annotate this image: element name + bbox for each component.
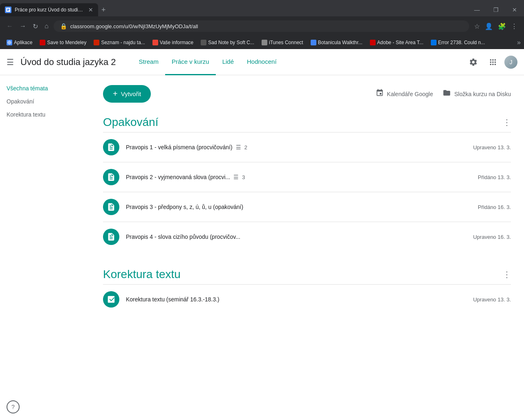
assignment-date-pravopis2: Přidáno 13. 3. [478, 174, 511, 180]
settings-icon[interactable] [465, 54, 481, 70]
bookmark-favicon-itunes [262, 40, 267, 45]
section-korektura-more-icon[interactable]: ⋮ [503, 270, 511, 279]
bookmark-adobe[interactable]: Adobe - Site Area T... [367, 38, 427, 47]
bookmark-itunes[interactable]: iTunes Connect [258, 38, 307, 47]
profile-icon[interactable]: 👤 [483, 21, 495, 32]
bookmark-star-icon[interactable]: ☆ [472, 21, 481, 32]
section-korektura-title: Korektura textu [103, 268, 181, 281]
reload-button[interactable]: ↻ [31, 21, 40, 32]
settings-dots-icon[interactable]: ⋮ [509, 21, 519, 32]
section-korektura: Korektura textu ⋮ Korektura textu (semin… [103, 268, 511, 314]
assignment-icon-pravopis2 [103, 169, 119, 185]
url-text: classroom.google.com/u/0/w/NjI3MzUyMjMyO… [70, 23, 198, 29]
address-actions: ☆ 👤 🧩 ⋮ [472, 21, 519, 32]
new-tab-button[interactable]: + [101, 6, 106, 14]
avatar[interactable]: J [504, 56, 517, 69]
forward-button[interactable]: → [18, 21, 28, 31]
assignment-title-text-pravopis4: Pravopis 4 - slova cizího původu (procvi… [126, 234, 240, 240]
bookmark-label: Aplikace [14, 40, 32, 45]
assignment-item-pravopis4: Pravopis 4 - slova cizího původu (procvi… [103, 222, 511, 252]
assignment-title-pravopis4[interactable]: Pravopis 4 - slova cizího původu (procvi… [126, 234, 473, 240]
assignment-title-pravopis2[interactable]: Pravopis 2 - vyjmenovaná slova (procvi..… [126, 174, 478, 180]
assignment-title-text-pravopis3: Pravopis 3 - předpony s, z, ú, ů, u (opa… [126, 204, 243, 210]
lock-icon: 🔒 [60, 23, 67, 29]
assignment-date-pravopis1: Upraveno 13. 3. [473, 144, 511, 150]
tab-title: Práce pro kurz Úvod do studia ja... [15, 7, 85, 13]
address-bar: ← → ↻ ⌂ 🔒 classroom.google.com/u/0/w/NjI… [0, 16, 524, 36]
close-button[interactable]: ✕ [505, 2, 524, 18]
sidebar-item-vsechna-temata[interactable]: Všechna témata [0, 82, 87, 95]
back-button[interactable]: ← [5, 21, 15, 31]
assignment-item-pravopis2: Pravopis 2 - vyjmenovaná slova (procvi..… [103, 162, 511, 192]
assignment-icon-korektura [103, 291, 119, 308]
tab-bar: Práce pro kurz Úvod do studia ja... ✕ + … [0, 0, 524, 16]
assignment-info-pravopis1: Pravopis 1 - velká písmena (procvičování… [126, 144, 473, 150]
bookmark-botanica[interactable]: Botanicula Walkthr... [307, 38, 366, 47]
assignment-title-text-pravopis1: Pravopis 1 - velká písmena (procvičování… [126, 144, 233, 150]
sidebar-item-opakovani[interactable]: Opakování [0, 95, 87, 108]
tab-stream[interactable]: Stream [132, 49, 165, 75]
create-button-label: Vytvořit [121, 90, 141, 97]
sidebar-item-korektura-textu[interactable]: Korektura textu [0, 108, 87, 121]
bookmark-favicon-sad [201, 40, 206, 45]
active-tab[interactable]: Práce pro kurz Úvod do studia ja... ✕ [0, 3, 98, 16]
action-bar: + Vytvořit Kalendáře Google Složk [103, 85, 511, 103]
bookmark-favicon [7, 40, 12, 45]
extension-icon[interactable]: 🧩 [496, 21, 508, 32]
course-title: Úvod do studia jazyka 2 [20, 57, 116, 67]
assignment-item-pravopis3: Pravopis 3 - předpony s, z, ú, ů, u (opa… [103, 192, 511, 222]
section-korektura-header: Korektura textu ⋮ [103, 268, 511, 281]
drive-folder-link[interactable]: Složka kurzu na Disku [443, 89, 511, 99]
app-container: ☰ Úvod do studia jazyka 2 Stream Práce v… [0, 49, 524, 420]
sidebar: Všechna témata Opakování Korektura textu [0, 75, 90, 420]
assignment-title-pravopis3[interactable]: Pravopis 3 - předpony s, z, ú, ů, u (opa… [126, 204, 478, 210]
tab-prace-v-kurzu[interactable]: Práce v kurzu [165, 49, 216, 75]
apps-grid-icon[interactable] [485, 54, 501, 70]
plus-icon: + [113, 89, 118, 99]
assignment-title-pravopis1[interactable]: Pravopis 1 - velká písmena (procvičování… [126, 144, 473, 150]
folder-link-label: Složka kurzu na Disku [454, 91, 511, 97]
assignment-icon-pravopis1 [103, 139, 119, 155]
hamburger-menu-icon[interactable]: ☰ [7, 57, 14, 67]
tab-favicon [5, 7, 11, 13]
bookmarks-more-icon[interactable]: » [517, 39, 521, 46]
tab-hodnoceni[interactable]: Hodnocení [240, 49, 283, 75]
section-opakovani-more-icon[interactable]: ⋮ [503, 117, 511, 127]
attachment-count-pravopis2: 3 [242, 174, 245, 180]
bookmark-favicon-mendeley [40, 40, 45, 45]
assignment-info-pravopis3: Pravopis 3 - předpony s, z, ú, ů, u (opa… [126, 204, 478, 210]
assignment-title-text-korektura: Korektura textu (seminář 16.3.-18.3.) [126, 296, 219, 303]
bookmark-label-botanica: Botanicula Walkthr... [318, 40, 363, 45]
bookmark-seznam[interactable]: Seznam - najdu ta... [90, 38, 148, 47]
content-area: + Vytvořit Kalendáře Google Složk [90, 75, 524, 420]
home-button[interactable]: ⌂ [43, 21, 50, 31]
help-button[interactable]: ? [7, 400, 20, 413]
top-nav: ☰ Úvod do studia jazyka 2 Stream Práce v… [0, 49, 524, 75]
maximize-button[interactable]: ❐ [486, 2, 505, 18]
google-calendar-link[interactable]: Kalendáře Google [376, 89, 433, 99]
assignment-info-korektura: Korektura textu (seminář 16.3.-18.3.) [126, 296, 473, 303]
bookmark-label-error: Error 2738. Could n... [438, 40, 485, 45]
bookmark-mendeley[interactable]: Save to Mendeley [36, 38, 90, 47]
tab-lide[interactable]: Lidé [216, 49, 240, 75]
attachment-icon-pravopis2: ☰ [233, 174, 239, 180]
bookmark-favicon-botanica [311, 40, 316, 45]
window-controls: — ❐ ✕ [468, 2, 524, 18]
bookmark-label-itunes: iTunes Connect [269, 40, 303, 45]
help-section: ? [7, 400, 20, 413]
create-button[interactable]: + Vytvořit [103, 85, 151, 103]
url-input[interactable]: 🔒 classroom.google.com/u/0/w/NjI3MzUyMjM… [54, 20, 469, 32]
bookmark-label-adobe: Adobe - Site Area T... [377, 40, 423, 45]
bookmark-error[interactable]: Error 2738. Could n... [428, 38, 488, 47]
tab-close-button[interactable]: ✕ [88, 7, 93, 13]
section-opakovani: Opakování ⋮ Pravopis 1 - velká písmena (… [103, 116, 511, 252]
bookmark-vase[interactable]: Vaše informace [149, 38, 197, 47]
help-icon: ? [11, 404, 15, 410]
calendar-icon [376, 89, 384, 99]
assignment-date-pravopis3: Přidáno 16. 3. [478, 204, 511, 210]
bookmark-aplikace[interactable]: Aplikace [3, 38, 36, 47]
minimize-button[interactable]: — [468, 2, 486, 18]
bookmark-favicon-seznam [94, 40, 99, 45]
bookmark-sad[interactable]: Sad Note by Soft C... [197, 38, 258, 47]
assignment-title-korektura[interactable]: Korektura textu (seminář 16.3.-18.3.) [126, 296, 473, 303]
